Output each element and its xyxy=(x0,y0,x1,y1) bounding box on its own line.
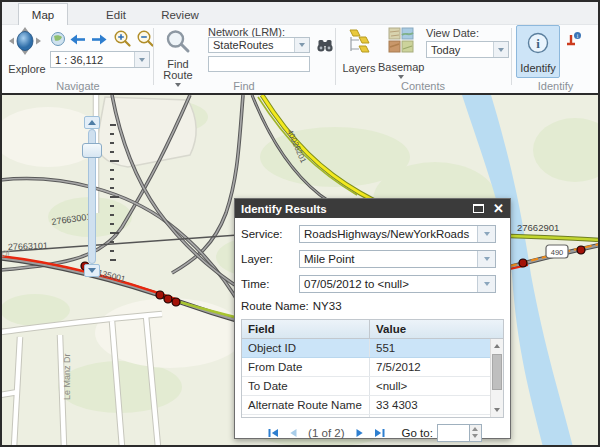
view-date-dropdown-arrow[interactable] xyxy=(493,42,508,57)
dialog-title: Identify Results xyxy=(241,203,473,215)
scrollbar-up-arrow[interactable] xyxy=(491,340,503,352)
identify-info-icon: i xyxy=(526,31,550,55)
route-id-label: 27662901 xyxy=(517,222,559,233)
back-extent-button[interactable] xyxy=(69,32,86,50)
forward-arrow-icon xyxy=(91,33,108,46)
zoom-in-button[interactable] xyxy=(113,29,131,52)
find-group-label: Find xyxy=(154,80,334,92)
layers-icon xyxy=(346,28,372,56)
network-lrm-dropdown-arrow[interactable] xyxy=(294,38,309,52)
down-arrow-icon xyxy=(88,268,96,273)
map-scale-combo[interactable]: 1 : 36,112 xyxy=(50,51,150,68)
tab-edit[interactable]: Edit xyxy=(94,5,138,25)
attributes-table: Field Value Object ID 551 From Date 7/5/… xyxy=(241,319,504,418)
map-marker[interactable] xyxy=(577,246,585,254)
network-lrm-combo[interactable]: StateRoutes xyxy=(208,37,310,53)
value-column-header: Value xyxy=(370,320,503,339)
value-cell: 551 xyxy=(370,339,503,358)
find-route-magnifier-icon xyxy=(165,29,191,55)
identify-button-label: Identify xyxy=(517,62,559,74)
view-date-value: Today xyxy=(427,44,493,56)
last-page-button[interactable] xyxy=(373,427,386,439)
identify-group-label: Identify xyxy=(511,80,600,92)
binoculars-icon xyxy=(316,38,334,53)
time-dropdown-arrow[interactable] xyxy=(477,276,495,292)
time-label: Time: xyxy=(241,278,299,290)
zoom-out-button[interactable] xyxy=(136,29,154,52)
route-name-value: NY33 xyxy=(313,300,342,312)
network-lrm-value: StateRoutes xyxy=(209,39,294,51)
previous-page-button[interactable] xyxy=(288,427,299,439)
layers-button[interactable]: Layers xyxy=(340,28,378,76)
results-pager: (1 of 2) Go to: xyxy=(241,418,504,443)
identify-results-dialog: Identify Results ✕ Service: RoadsHighway… xyxy=(234,198,511,439)
route-input-combo[interactable] xyxy=(208,56,310,72)
map-scale-dropdown-arrow[interactable] xyxy=(134,52,149,67)
route-id-label: 27663101 xyxy=(8,241,48,252)
layer-combo[interactable]: Mile Point xyxy=(299,250,496,268)
goto-field xyxy=(437,424,482,442)
table-row[interactable]: From Date 7/5/2012 xyxy=(242,358,503,377)
value-cell: <null> xyxy=(370,377,503,396)
basemap-button[interactable]: Basemap xyxy=(378,27,424,85)
layer-value: Mile Point xyxy=(300,253,477,265)
zoom-slider-down-button[interactable] xyxy=(84,264,100,277)
maximize-icon[interactable] xyxy=(473,204,484,213)
layers-label: Layers xyxy=(340,62,378,74)
explore-button[interactable]: Explore xyxy=(7,27,47,77)
close-icon[interactable]: ✕ xyxy=(493,202,504,215)
goto-spinner[interactable] xyxy=(470,424,482,442)
table-row[interactable]: Alternate Route Name 33 4303 xyxy=(242,396,503,415)
zoom-slider-thumb[interactable] xyxy=(82,143,102,158)
group-divider xyxy=(511,28,512,85)
service-value: RoadsHighways/NewYorkRoads xyxy=(300,228,477,240)
view-date-combo[interactable]: Today xyxy=(426,41,509,58)
forward-extent-button[interactable] xyxy=(91,32,108,50)
layer-dropdown-arrow[interactable] xyxy=(477,251,495,267)
contents-group-label: Contents xyxy=(335,80,511,92)
scrollbar-thumb[interactable] xyxy=(492,354,502,390)
table-row[interactable]: Object ID 551 xyxy=(242,339,503,358)
tab-review[interactable]: Review xyxy=(152,5,208,25)
explore-label: Explore xyxy=(7,63,47,75)
map-marker[interactable] xyxy=(519,259,527,267)
route-shield-number: 490 xyxy=(551,248,564,257)
find-route-button[interactable]: Find Route xyxy=(158,29,198,87)
zoom-slider-up-button[interactable] xyxy=(84,116,100,129)
map-marker[interactable] xyxy=(164,295,172,303)
basemap-label: Basemap xyxy=(378,61,424,73)
map-marker[interactable] xyxy=(156,291,164,299)
field-column-header: Field xyxy=(242,320,370,338)
field-cell: Object ID xyxy=(242,339,370,357)
service-dropdown-arrow[interactable] xyxy=(477,226,495,242)
service-combo[interactable]: RoadsHighways/NewYorkRoads xyxy=(299,225,496,243)
goto-input[interactable] xyxy=(437,424,470,442)
first-page-button[interactable] xyxy=(267,427,280,439)
scrollbar-down-arrow[interactable] xyxy=(491,404,503,416)
tab-map[interactable]: Map xyxy=(18,3,68,25)
ribbon-tabstrip: Map Edit Review xyxy=(2,2,598,25)
app-window: Map Edit Review Explore xyxy=(0,0,600,447)
identify-button[interactable]: i Identify xyxy=(516,25,560,78)
layer-row: Layer: Mile Point xyxy=(241,250,504,268)
map-zoom-slider[interactable] xyxy=(80,116,120,278)
time-combo[interactable]: 07/05/2012 to <null> xyxy=(299,275,496,293)
full-extent-button[interactable] xyxy=(50,31,66,51)
table-scrollbar[interactable] xyxy=(490,339,503,417)
next-page-button[interactable] xyxy=(354,427,365,439)
find-binoculars-button[interactable] xyxy=(316,38,334,57)
dialog-titlebar[interactable]: Identify Results ✕ xyxy=(235,199,510,218)
view-date-label: View Date: xyxy=(426,27,479,39)
field-cell: From Date xyxy=(242,358,370,376)
spinner-down-icon xyxy=(472,434,478,438)
zoom-out-icon xyxy=(136,29,154,48)
identify-route-locations-button[interactable]: i xyxy=(565,31,583,53)
basemap-caret-icon xyxy=(398,75,404,79)
street-name-label: Le Manz Dr xyxy=(62,353,72,400)
table-header-row: Field Value xyxy=(242,320,503,339)
zoom-in-icon xyxy=(113,29,131,48)
table-row[interactable]: To Date <null> xyxy=(242,377,503,396)
spinner-up-icon xyxy=(472,427,478,431)
map-marker[interactable] xyxy=(172,298,180,306)
ribbon-body: Explore xyxy=(2,25,598,91)
